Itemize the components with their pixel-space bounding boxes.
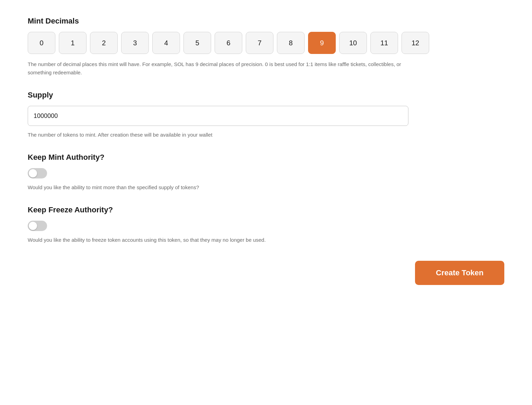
- mint-decimals-title: Mint Decimals: [28, 17, 504, 26]
- decimal-btn-6[interactable]: 6: [215, 32, 242, 54]
- decimal-btn-0[interactable]: 0: [28, 32, 55, 54]
- decimal-btn-3[interactable]: 3: [121, 32, 149, 54]
- mint-authority-toggle[interactable]: [28, 168, 47, 178]
- supply-title: Supply: [28, 91, 504, 100]
- keep-freeze-authority-description: Would you like the ability to freeze tok…: [28, 236, 408, 244]
- mint-authority-toggle-track: [28, 168, 47, 178]
- keep-mint-authority-section: Keep Mint Authority? Would you like the …: [28, 153, 504, 192]
- mint-decimals-section: Mint Decimals 0123456789101112 The numbe…: [28, 17, 504, 77]
- decimal-btn-1[interactable]: 1: [59, 32, 87, 54]
- decimal-btn-5[interactable]: 5: [183, 32, 211, 54]
- create-token-button[interactable]: Create Token: [415, 261, 504, 285]
- decimal-btn-12[interactable]: 12: [402, 32, 429, 54]
- freeze-authority-toggle-container: [28, 221, 504, 231]
- supply-section: Supply The number of tokens to mint. Aft…: [28, 91, 504, 139]
- decimal-btn-11[interactable]: 11: [370, 32, 398, 54]
- mint-authority-toggle-thumb: [29, 169, 37, 177]
- mint-decimals-description: The number of decimal places this mint w…: [28, 60, 408, 77]
- keep-mint-authority-description: Would you like the ability to mint more …: [28, 183, 408, 192]
- supply-input[interactable]: [28, 106, 408, 126]
- decimal-btn-10[interactable]: 10: [339, 32, 367, 54]
- freeze-authority-toggle-thumb: [29, 222, 37, 230]
- keep-mint-authority-title: Keep Mint Authority?: [28, 153, 504, 162]
- mint-authority-toggle-container: [28, 168, 504, 178]
- keep-freeze-authority-title: Keep Freeze Authority?: [28, 205, 504, 214]
- freeze-authority-toggle-track: [28, 221, 47, 231]
- decimal-btn-2[interactable]: 2: [90, 32, 118, 54]
- decimal-btn-7[interactable]: 7: [246, 32, 273, 54]
- decimals-grid: 0123456789101112: [28, 32, 504, 54]
- decimal-btn-9[interactable]: 9: [308, 32, 336, 54]
- decimal-btn-4[interactable]: 4: [152, 32, 180, 54]
- supply-description: The number of tokens to mint. After crea…: [28, 131, 408, 139]
- decimal-btn-8[interactable]: 8: [277, 32, 305, 54]
- keep-freeze-authority-section: Keep Freeze Authority? Would you like th…: [28, 205, 504, 244]
- freeze-authority-toggle[interactable]: [28, 221, 47, 231]
